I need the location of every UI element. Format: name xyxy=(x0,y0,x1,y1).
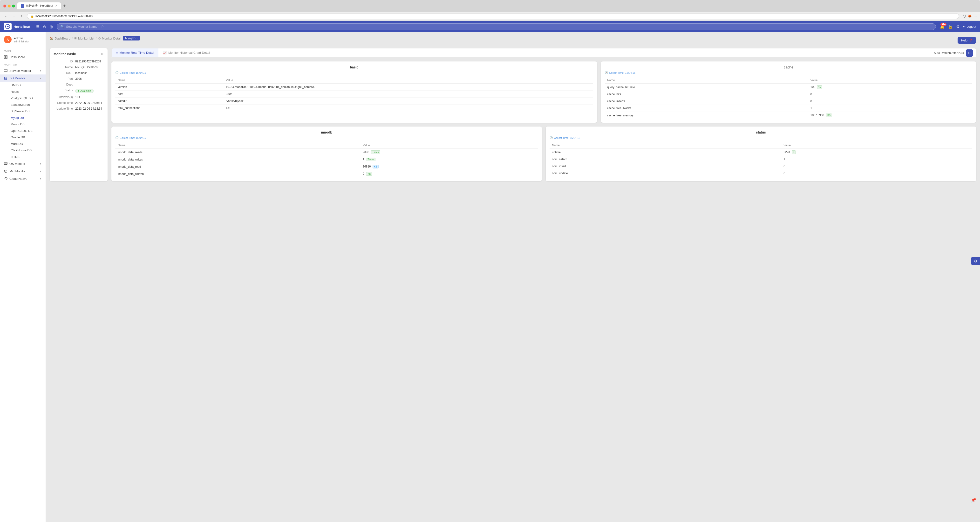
sidebar-service-monitor-label: Service Monitor xyxy=(10,69,31,73)
sidebar-sub-mariadb[interactable]: MariaDB xyxy=(7,141,46,147)
sidebar-item-mid-monitor[interactable]: Mid Monitor ▼ xyxy=(0,168,46,175)
breadcrumb-home-icon: 🏠 xyxy=(50,36,53,40)
forward-button[interactable]: → xyxy=(11,14,18,19)
clock-icon: 🕐 xyxy=(115,71,119,74)
logo-text: HertzBeat xyxy=(13,25,30,29)
sidebar-item-service-monitor[interactable]: Service Monitor ▼ xyxy=(0,67,46,75)
notification-bell[interactable]: 🔔 99+ xyxy=(940,24,945,29)
lock-header-icon[interactable]: 🔒 xyxy=(948,24,953,29)
settings-header-icon[interactable]: ⚙ xyxy=(956,24,959,29)
settings-float-button[interactable]: ⚙ xyxy=(971,257,980,265)
sidebar-item-db-monitor[interactable]: DB Monitor ▲ xyxy=(0,75,46,82)
search-input[interactable] xyxy=(66,25,932,29)
sidebar-item-cloud-native[interactable]: Cloud Native ▼ xyxy=(0,175,46,182)
app-header: HertzBeat ☰ ⊙ ◎ 🔍 🔔 99+ 🔒 ⚙ ↩ L xyxy=(0,21,980,32)
basic-value-update-time: 2023-02-06 14:14:34 xyxy=(75,107,104,110)
os-chevron-icon: ▼ xyxy=(39,162,42,165)
status-com-update-name: com_update xyxy=(550,170,781,177)
tab-close-icon[interactable]: ✕ xyxy=(55,4,57,8)
search-bar[interactable]: 🔍 xyxy=(57,23,936,30)
table-row: datadir /var/lib/mysql/ xyxy=(115,98,593,105)
close-dot[interactable] xyxy=(3,5,6,8)
sidebar-sub-postgresql[interactable]: PostgreSQL DB xyxy=(7,95,46,102)
basic-label-create-time: Create Time xyxy=(54,101,75,105)
sidebar-sub-mongodb[interactable]: MongoDB xyxy=(7,121,46,127)
help-button[interactable]: Help ❓ xyxy=(958,37,976,44)
tab-historical[interactable]: 📈 Monitor Historical Chart Detail xyxy=(158,48,215,57)
extension-icon-3[interactable]: ⋯ xyxy=(974,14,977,18)
basic-row-name: Name MYSQL_localhost xyxy=(54,65,104,69)
monitor-list-icon: ⊞ xyxy=(74,36,77,40)
status-uptime-name: uptime xyxy=(550,149,781,156)
content-area: 🏠 DashBoard / ⊞ Monitor List / ◎ Monitor… xyxy=(46,32,980,522)
logout-button[interactable]: ↩ Logout xyxy=(963,25,976,29)
table-row: query_cache_hit_rate 100 % xyxy=(605,84,972,91)
cache-inserts-name: cache_inserts xyxy=(605,98,808,105)
svg-point-6 xyxy=(4,77,7,78)
refresh-button[interactable]: ↻ xyxy=(966,49,973,57)
status-col-value: Value xyxy=(781,142,972,149)
menu-icon[interactable]: ☰ xyxy=(36,24,40,29)
logout-icon: ↩ xyxy=(963,25,966,29)
status-com-select-value: 1 xyxy=(781,156,972,163)
breadcrumb: 🏠 DashBoard / ⊞ Monitor List / ◎ Monitor… xyxy=(50,36,140,40)
minimize-dot[interactable] xyxy=(8,5,11,8)
chat-icon[interactable]: ◎ xyxy=(49,24,53,29)
extension-icon-2[interactable]: 🦊 xyxy=(968,14,972,18)
cache-inserts-value: 0 xyxy=(808,98,972,105)
table-row: cache_free_memory 1007.0938 KB xyxy=(605,112,972,119)
extension-icon-1[interactable]: ⬡ xyxy=(963,14,966,18)
innodb-read-name: innodb_data_read xyxy=(115,163,360,170)
breadcrumb-dashboard[interactable]: DashBoard xyxy=(55,36,70,40)
breadcrumb-monitor-list[interactable]: Monitor List xyxy=(78,36,94,40)
innodb-writes-value: 1 Times xyxy=(360,156,538,163)
table-row: innodb_data_reads 2336 Times xyxy=(115,149,538,156)
sidebar-sub-sqlserver[interactable]: SqlServer DB xyxy=(7,108,46,114)
sidebar-sub-oracle[interactable]: Oracle DB xyxy=(7,134,46,141)
sidebar-item-os-monitor[interactable]: OS Monitor ▼ xyxy=(0,160,46,168)
basic-row-update-time: Update Time 2023-02-06 14:14:34 xyxy=(54,107,104,110)
sidebar-os-monitor-label: OS Monitor xyxy=(10,162,25,165)
help-label: Help xyxy=(961,38,967,42)
table-row: innodb_data_read 36816 KB xyxy=(115,163,538,170)
cache-free-blocks-value: 1 xyxy=(808,105,972,112)
sidebar-item-dashboard[interactable]: DashBoard xyxy=(0,53,46,61)
cache-free-blocks-name: cache_free_blocks xyxy=(605,105,808,112)
new-tab-button[interactable]: + xyxy=(63,3,66,8)
sidebar-sub-iotdb[interactable]: IoTDB xyxy=(7,154,46,160)
maximize-dot[interactable] xyxy=(12,5,15,8)
sidebar-sub-clickhouse[interactable]: ClickHouse DB xyxy=(7,147,46,154)
service-monitor-icon xyxy=(4,69,8,73)
refresh-button[interactable]: ↻ xyxy=(19,14,25,19)
svg-rect-3 xyxy=(4,57,6,59)
pin-float-button[interactable]: 📌 xyxy=(971,497,976,503)
basic-row-port-name: port xyxy=(115,90,224,98)
cloud-chevron-icon: ▼ xyxy=(39,178,42,180)
basic-value-host: localhost xyxy=(75,71,104,75)
settings-float-icon: ⚙ xyxy=(974,259,977,263)
basic-value-desc xyxy=(75,83,104,86)
detail-layout: Monitor Basic ⚙ ID 8921995426398208 Name… xyxy=(50,48,976,181)
github-icon[interactable]: ⊙ xyxy=(43,24,46,29)
sidebar-sub-dm-db[interactable]: DM DB xyxy=(7,82,46,89)
sidebar-sub-redis[interactable]: Redis xyxy=(7,89,46,95)
status-com-update-value: 0 xyxy=(781,170,972,177)
avatar: A xyxy=(4,36,11,43)
metric-card-innodb: innodb 🕐 Collect Time: 15:04:15 Na xyxy=(111,127,542,181)
sidebar-sub-opengauss[interactable]: OpenGauss DB xyxy=(7,127,46,134)
unit-s: s xyxy=(792,151,796,154)
sidebar-sub-elasticsearch[interactable]: ElasticSearch xyxy=(7,102,46,108)
back-button[interactable]: ← xyxy=(3,14,9,19)
table-row: max_connections 151 xyxy=(115,105,593,111)
sidebar-sub-mysql[interactable]: Mysql DB xyxy=(7,114,46,121)
browser-tab[interactable]: 监控详情 - HertzBeat ✕ xyxy=(18,2,61,10)
monitor-detail-icon: ◎ xyxy=(98,36,100,40)
refresh-area: Auto Refresh After 23 s ↻ xyxy=(934,49,976,57)
tabs-row: ≡ Monitor Real-Time Detail 📈 Monitor His… xyxy=(111,48,976,57)
db-monitor-submenu: DM DB Redis PostgreSQL DB ElasticSearch … xyxy=(0,82,46,160)
breadcrumb-sep-2: / xyxy=(96,36,97,40)
unit-pct: % xyxy=(817,85,822,89)
tab-realtime[interactable]: ≡ Monitor Real-Time Detail xyxy=(111,48,158,57)
monitor-basic-settings-icon[interactable]: ⚙ xyxy=(100,52,104,56)
cache-hits-name: cache_hits xyxy=(605,91,808,98)
